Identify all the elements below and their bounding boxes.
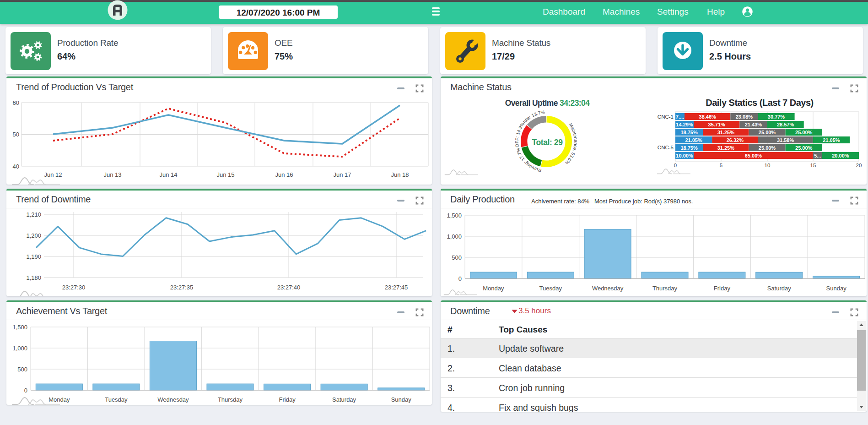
svg-text:23:27:40: 23:27:40 (277, 284, 301, 291)
svg-text:1,000: 1,000 (447, 233, 462, 240)
svg-text:Jun 17: Jun 17 (333, 171, 351, 178)
svg-text:Jun 15: Jun 15 (216, 171, 234, 178)
svg-text:25.00%: 25.00% (759, 130, 776, 135)
svg-text:25.00%: 25.00% (795, 145, 813, 151)
svg-text:Jun 16: Jun 16 (275, 171, 293, 178)
svg-text:1,190: 1,190 (26, 253, 41, 260)
svg-text:CNC-1: CNC-1 (658, 114, 674, 120)
svg-text:7....: 7.... (676, 114, 684, 120)
svg-text:40: 40 (13, 163, 19, 170)
svg-text:23.08%: 23.08% (736, 114, 753, 120)
svg-text:5...: 5... (814, 153, 821, 158)
svg-text:Overall Uptime 34:23:04: Overall Uptime 34:23:04 (505, 98, 590, 108)
svg-text:1,500: 1,500 (12, 324, 27, 331)
svg-text:Jun 13: Jun 13 (103, 171, 121, 178)
svg-text:65.00%: 65.00% (745, 153, 762, 158)
svg-text:Tuesday: Tuesday (105, 396, 128, 403)
svg-text:Thursday: Thursday (652, 285, 678, 292)
svg-text:31.25%: 31.25% (717, 145, 735, 151)
svg-text:Tuesday: Tuesday (539, 285, 562, 292)
svg-text:Jun 14: Jun 14 (159, 171, 177, 178)
svg-text:1,000: 1,000 (12, 345, 27, 352)
svg-text:20: 20 (856, 163, 862, 168)
svg-text:Saturday: Saturday (767, 285, 792, 292)
svg-text:15: 15 (810, 163, 816, 168)
svg-text:31.25%: 31.25% (717, 130, 735, 135)
svg-text:50: 50 (13, 131, 19, 138)
svg-text:Saturday: Saturday (332, 396, 356, 403)
svg-text:21.05%: 21.05% (823, 137, 840, 143)
svg-text:10: 10 (765, 163, 771, 168)
svg-text:38.46%: 38.46% (699, 114, 717, 120)
svg-text:10.00%: 10.00% (676, 153, 693, 158)
svg-text:Daily Statics (Last 7 Days): Daily Statics (Last 7 Days) (706, 98, 814, 108)
svg-text:1,500: 1,500 (447, 212, 462, 219)
svg-text:25.00%: 25.00% (759, 145, 776, 151)
svg-text:20.00%: 20.00% (832, 153, 849, 158)
svg-text:0: 0 (458, 275, 462, 282)
svg-text:500: 500 (452, 254, 462, 261)
svg-text:500: 500 (17, 366, 27, 373)
svg-text:31.58%: 31.58% (777, 137, 794, 143)
svg-text:28.57%: 28.57% (777, 122, 794, 127)
svg-text:35.71%: 35.71% (708, 122, 726, 127)
svg-text:Sunday: Sunday (391, 396, 412, 403)
svg-text:Wednesday: Wednesday (592, 285, 624, 292)
svg-text:Friday: Friday (279, 396, 296, 403)
svg-text:Jun 18: Jun 18 (391, 171, 409, 178)
svg-text:Monday: Monday (483, 285, 504, 292)
svg-text:23:27:35: 23:27:35 (170, 284, 194, 291)
svg-text:Sunday: Sunday (826, 285, 847, 292)
svg-text:1,180: 1,180 (26, 274, 41, 281)
svg-text:Friday: Friday (714, 285, 731, 292)
svg-text:23:27:45: 23:27:45 (385, 284, 408, 291)
svg-text:60: 60 (13, 99, 19, 106)
svg-text:1,210: 1,210 (26, 211, 41, 218)
svg-text:21.43%: 21.43% (745, 122, 762, 127)
svg-text:Wednesday: Wednesday (157, 396, 189, 403)
svg-text:18.75%: 18.75% (680, 130, 698, 135)
svg-text:21.05%: 21.05% (685, 137, 702, 143)
svg-text:14.29%: 14.29% (676, 122, 693, 127)
svg-text:Thursday: Thursday (218, 396, 243, 403)
svg-text:5: 5 (720, 163, 722, 168)
svg-text:26.32%: 26.32% (727, 137, 744, 143)
svg-text:30.77%: 30.77% (768, 114, 785, 120)
svg-text:18.75%: 18.75% (680, 145, 698, 151)
svg-text:CNC-5: CNC-5 (658, 145, 674, 150)
svg-text:23:27:30: 23:27:30 (62, 284, 86, 291)
svg-text:25.00%: 25.00% (795, 130, 813, 135)
svg-text:1,200: 1,200 (26, 232, 41, 239)
svg-text:Total: 29: Total: 29 (532, 138, 563, 147)
